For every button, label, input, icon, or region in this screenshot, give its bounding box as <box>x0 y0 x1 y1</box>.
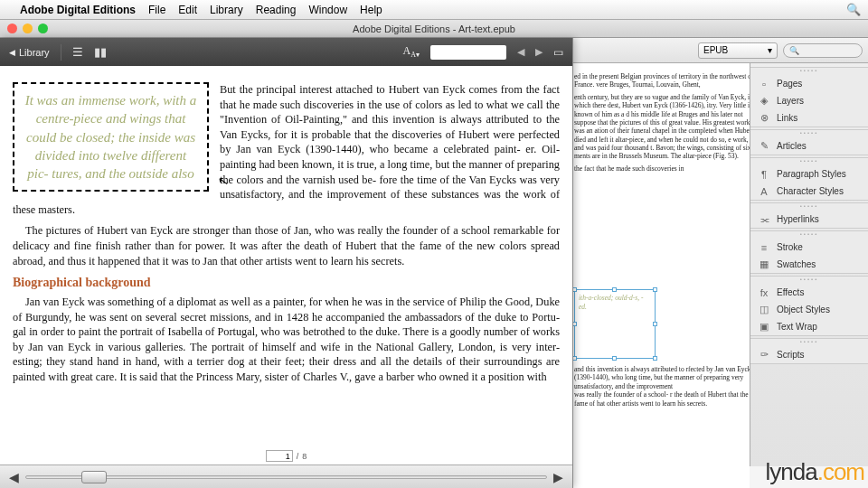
menu-library[interactable]: Library <box>210 4 243 16</box>
fullscreen-icon[interactable]: ▭ <box>553 46 563 59</box>
panel-pages[interactable]: ▫Pages <box>750 75 868 92</box>
panel-paragraph-styles[interactable]: ¶Paragraph Styles <box>750 165 868 183</box>
indesign-page-text: and this invention is always attributed … <box>574 365 750 408</box>
window-title: Adobe Digital Editions - Art-text.epub <box>353 23 515 34</box>
ade-window: ◀Library ☰ ▮▮ AA▾ ◀ ▶ ▭ It was an immens… <box>0 38 573 488</box>
text-wrap-icon: ▣ <box>758 321 770 333</box>
panel-links[interactable]: ⊗Links <box>750 109 868 127</box>
font-size-button[interactable]: AA▾ <box>403 44 420 59</box>
indesign-page-text: ed in the present Belgian provinces of t… <box>574 72 750 176</box>
page-current-input[interactable] <box>266 450 293 462</box>
next-result-icon[interactable]: ▶ <box>535 46 542 58</box>
panel-hyperlinks[interactable]: ⫘Hyperlinks <box>750 211 868 228</box>
search-input[interactable] <box>430 45 506 60</box>
panel-character-styles[interactable]: ACharacter Styles <box>750 183 868 200</box>
body-paragraph: Jan van Eyck was something of a diplomat… <box>13 295 560 385</box>
menu-window[interactable]: Window <box>308 4 347 16</box>
ade-footer: / 8 ◀ ▶ <box>0 465 572 488</box>
panel-object-styles[interactable]: ◫Object Styles <box>750 301 868 318</box>
spotlight-icon[interactable]: 🔍 <box>846 3 861 16</box>
minimize-button[interactable] <box>23 23 33 33</box>
object-styles-icon: ◫ <box>758 304 770 315</box>
effects-icon: fx <box>758 287 770 298</box>
library-button[interactable]: ◀Library <box>9 47 50 58</box>
panel-text-wrap[interactable]: ▣Text Wrap <box>750 318 868 335</box>
pages-icon: ▫ <box>758 79 770 89</box>
bookmarks-icon[interactable]: ▮▮ <box>94 45 107 59</box>
page-slider-thumb[interactable] <box>81 471 107 483</box>
articles-icon: ✎ <box>758 140 770 152</box>
menu-file[interactable]: File <box>148 4 165 16</box>
menu-reading[interactable]: Reading <box>256 4 297 16</box>
panel-effects[interactable]: fxEffects <box>750 284 868 301</box>
zoom-button[interactable] <box>38 23 48 33</box>
mac-menubar: Adobe Digital Editions File Edit Library… <box>0 0 868 20</box>
window-titlebar: Adobe Digital Editions - Art-text.epub <box>0 20 868 38</box>
traffic-lights <box>0 23 48 33</box>
indesign-search[interactable]: 🔍 <box>783 43 863 58</box>
scripts-icon: ✑ <box>758 349 770 361</box>
page-indicator: / 8 <box>0 450 572 462</box>
close-button[interactable] <box>7 23 17 33</box>
stroke-icon: ≡ <box>758 242 770 253</box>
watermark: lynda.com <box>766 458 865 486</box>
prev-result-icon[interactable]: ◀ <box>517 46 524 58</box>
panel-dock: ••••• ▫Pages ◈Layers ⊗Links ••••• ✎Artic… <box>750 63 868 466</box>
panel-layers[interactable]: ◈Layers <box>750 92 868 109</box>
ade-toolbar: ◀Library ☰ ▮▮ AA▾ ◀ ▶ ▭ <box>0 38 572 66</box>
layers-icon: ◈ <box>758 95 770 107</box>
panel-stroke[interactable]: ≡Stroke <box>750 239 868 256</box>
selected-text-frame[interactable]: ith-a-closed; ould-d-s, -ed. <box>574 289 656 359</box>
panel-articles[interactable]: ✎Articles <box>750 137 868 155</box>
section-heading: Biographical background <box>13 275 560 292</box>
body-paragraph: The pictures of Hubert van Eyck are stro… <box>13 223 560 268</box>
menu-edit[interactable]: Edit <box>178 4 197 16</box>
links-icon: ⊗ <box>758 112 770 124</box>
back-triangle-icon: ◀ <box>9 48 15 57</box>
character-styles-icon: A <box>758 186 770 197</box>
panel-scripts[interactable]: ✑Scripts <box>750 346 868 363</box>
next-page-button[interactable]: ▶ <box>553 470 563 484</box>
menu-help[interactable]: Help <box>360 4 382 16</box>
panel-swatches[interactable]: ▦Swatches <box>750 256 868 273</box>
frame-text: ith-a-closed; ould-d-s, -ed. <box>575 290 655 315</box>
app-menu[interactable]: Adobe Digital Editions <box>20 4 136 16</box>
workspace-switcher[interactable]: EPUB▾ <box>698 42 778 59</box>
paragraph-styles-icon: ¶ <box>758 169 770 180</box>
pullquote: It was an immense work, with a centre-pi… <box>13 82 209 192</box>
prev-page-button[interactable]: ◀ <box>9 470 19 484</box>
hyperlinks-icon: ⫘ <box>758 214 770 225</box>
toc-icon[interactable]: ☰ <box>72 45 83 59</box>
reading-area[interactable]: It was an immense work, with a centre-pi… <box>0 66 572 465</box>
swatches-icon: ▦ <box>758 258 770 270</box>
page-total: 8 <box>302 452 307 461</box>
